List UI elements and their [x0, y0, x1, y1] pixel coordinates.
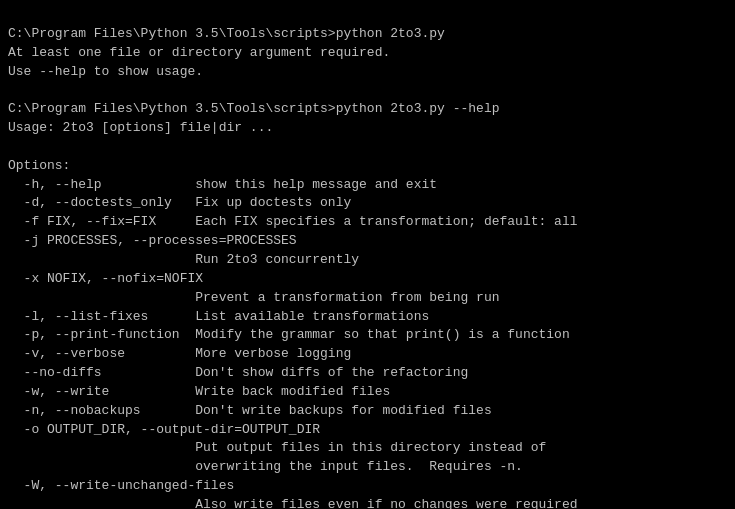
terminal-line: --no-diffs Don't show diffs of the refac…	[8, 364, 727, 383]
terminal-line	[8, 81, 727, 100]
terminal-line: Usage: 2to3 [options] file|dir ...	[8, 119, 727, 138]
terminal-line: -j PROCESSES, --processes=PROCESSES	[8, 232, 727, 251]
terminal-line: Run 2to3 concurrently	[8, 251, 727, 270]
terminal-line: -h, --help show this help message and ex…	[8, 176, 727, 195]
terminal-line: -x NOFIX, --nofix=NOFIX	[8, 270, 727, 289]
terminal-line: -n, --nobackups Don't write backups for …	[8, 402, 727, 421]
terminal-line: At least one file or directory argument …	[8, 44, 727, 63]
terminal-line: Options:	[8, 157, 727, 176]
terminal-line	[8, 138, 727, 157]
terminal-line: Prevent a transformation from being run	[8, 289, 727, 308]
terminal-line: Put output files in this directory inste…	[8, 439, 727, 458]
terminal-window: C:\Program Files\Python 3.5\Tools\script…	[0, 0, 735, 509]
terminal-line: -l, --list-fixes List available transfor…	[8, 308, 727, 327]
terminal-line: overwriting the input files. Requires -n…	[8, 458, 727, 477]
terminal-line: -d, --doctests_only Fix up doctests only	[8, 194, 727, 213]
terminal-line: -f FIX, --fix=FIX Each FIX specifies a t…	[8, 213, 727, 232]
terminal-line: C:\Program Files\Python 3.5\Tools\script…	[8, 25, 727, 44]
terminal-line: Use --help to show usage.	[8, 63, 727, 82]
terminal-line: -p, --print-function Modify the grammar …	[8, 326, 727, 345]
terminal-line: -v, --verbose More verbose logging	[8, 345, 727, 364]
terminal-line: Also write files even if no changes were…	[8, 496, 727, 509]
terminal-line: -w, --write Write back modified files	[8, 383, 727, 402]
terminal-line: -W, --write-unchanged-files	[8, 477, 727, 496]
terminal-line: C:\Program Files\Python 3.5\Tools\script…	[8, 100, 727, 119]
terminal-line: -o OUTPUT_DIR, --output-dir=OUTPUT_DIR	[8, 421, 727, 440]
